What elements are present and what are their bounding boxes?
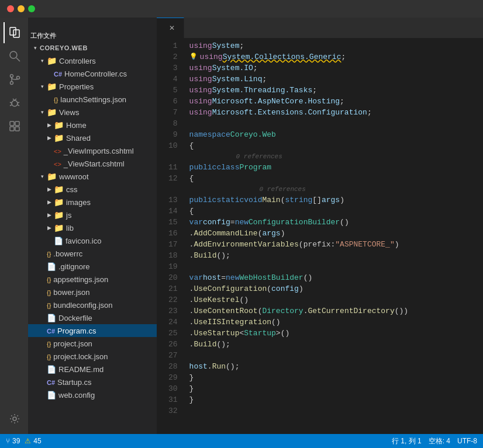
- sidebar-item-appsettings[interactable]: {}appsettings.json: [28, 273, 157, 286]
- status-left: ⑂ 39 ⚠ 45: [6, 437, 42, 445]
- sidebar-item-viewstart[interactable]: <>_ViewStart.cshtml: [28, 157, 157, 170]
- warning-icon: ⚠: [25, 437, 31, 445]
- code-line: {: [185, 173, 483, 184]
- svg-rect-15: [10, 127, 14, 131]
- close-button[interactable]: [7, 5, 14, 12]
- sidebar-item-projectlockjson[interactable]: {}project.lock.json: [28, 350, 157, 363]
- tab-close-icon[interactable]: ✕: [169, 24, 175, 32]
- code-line: .AddEnvironmentVariables(prefix: "ASPNET…: [185, 239, 483, 250]
- sidebar-item-workfiles[interactable]: 工作文件: [28, 27, 157, 41]
- cursor-position[interactable]: 行 1, 列 1: [392, 436, 422, 446]
- encoding[interactable]: UTF-8: [457, 437, 477, 445]
- sidebar-item-js-folder[interactable]: ▶📁js: [28, 209, 157, 221]
- line-number: 17: [168, 239, 178, 250]
- main-layout: 工作文件▾COREYO.WEB▾📁ControllersC#HomeContro…: [0, 18, 483, 434]
- status-bar: ⑂ 39 ⚠ 45 行 1, 列 1 空格: 4 UTF-8: [0, 434, 483, 448]
- encoding-text: UTF-8: [457, 437, 477, 445]
- code-line: var host = new WebHostBuilder(): [185, 272, 483, 283]
- sidebar-item-program[interactable]: C#Program.cs: [28, 324, 157, 337]
- extensions-icon[interactable]: [4, 116, 25, 137]
- sidebar-item-favicon[interactable]: 📄favicon.ico: [28, 234, 157, 247]
- sidebar-item-startup[interactable]: C#Startup.cs: [28, 376, 157, 388]
- code-line: .AddCommandLine(args): [185, 228, 483, 239]
- code-line: var config = new ConfigurationBuilder(): [185, 217, 483, 228]
- line-number: 10: [168, 140, 178, 151]
- sidebar-item-properties[interactable]: ▾📁Properties: [28, 80, 157, 93]
- sidebar-item-coreyo-web[interactable]: ▾COREYO.WEB: [28, 41, 157, 54]
- warnings-status[interactable]: ⚠ 45: [25, 437, 41, 445]
- git-icon: ⑂: [6, 437, 10, 445]
- sidebar-item-css-folder[interactable]: ▶📁css: [28, 183, 157, 196]
- line-number: 28: [168, 361, 178, 372]
- svg-line-12: [17, 105, 19, 106]
- title-bar: [0, 0, 483, 18]
- sidebar-item-shared-folder[interactable]: ▶📁Shared: [28, 131, 157, 144]
- code-line: .UseConfiguration(config): [185, 283, 483, 294]
- svg-rect-14: [15, 121, 19, 126]
- minimize-button[interactable]: [18, 5, 25, 12]
- editor-area: ✕ 12345678910-1112-131415161718192021222…: [157, 18, 483, 434]
- files-icon[interactable]: [4, 22, 25, 43]
- ref-hint-line: 0 references: [185, 184, 483, 195]
- sidebar-item-homecontroller[interactable]: C#HomeController.cs: [28, 67, 157, 80]
- line-number: 32: [168, 405, 178, 416]
- code-line: using Microsoft.AspNetCore.Hosting;: [185, 96, 483, 107]
- line-number: 19: [168, 261, 178, 272]
- svg-rect-13: [10, 121, 14, 126]
- sidebar-item-controllers[interactable]: ▾📁Controllers: [28, 54, 157, 67]
- sidebar-item-bundleconfig[interactable]: {}bundleconfig.json: [28, 298, 157, 311]
- svg-point-6: [17, 77, 20, 79]
- sidebar-item-bowerrc[interactable]: {}.bowerrc: [28, 247, 157, 260]
- settings-icon[interactable]: [4, 408, 25, 429]
- sidebar-item-dockerfile[interactable]: 📄Dockerfile: [28, 311, 157, 324]
- code-line: using System.Linq;: [185, 74, 483, 85]
- sidebar-item-images-folder[interactable]: ▶📁images: [28, 196, 157, 209]
- ref-hint-line: 0 references: [185, 151, 483, 162]
- line-number: 7: [168, 107, 178, 118]
- sidebar-item-lib-folder[interactable]: ▶📁lib: [28, 221, 157, 234]
- sidebar-item-bower[interactable]: {}bower.json: [28, 286, 157, 298]
- sidebar-item-launchsettings[interactable]: {}launchSettings.json: [28, 93, 157, 106]
- code-line: [185, 405, 483, 416]
- sidebar: 工作文件▾COREYO.WEB▾📁ControllersC#HomeContro…: [28, 18, 157, 434]
- line-number: 29: [168, 372, 178, 383]
- line-number: 5: [168, 85, 178, 96]
- line-number: 12: [168, 173, 178, 184]
- sidebar-item-projectjson[interactable]: {}project.json: [28, 337, 157, 350]
- warning-count: 45: [33, 437, 41, 445]
- svg-line-11: [10, 105, 12, 106]
- line-number: 4: [168, 74, 178, 85]
- sidebar-item-views[interactable]: ▾📁Views: [28, 106, 157, 119]
- svg-point-17: [13, 417, 16, 421]
- search-icon[interactable]: [4, 46, 25, 67]
- sidebar-item-readme[interactable]: 📄README.md: [28, 363, 157, 376]
- sidebar-header: [28, 18, 157, 27]
- line-number: 9: [168, 129, 178, 140]
- sidebar-item-webconfig[interactable]: 📄web.config: [28, 388, 157, 401]
- svg-point-4: [11, 75, 13, 78]
- line-number: 11: [168, 162, 178, 173]
- code-line: namespace Coreyo.Web: [185, 129, 483, 140]
- tab-program-cs[interactable]: ✕: [157, 18, 184, 38]
- indentation[interactable]: 空格: 4: [429, 436, 450, 446]
- line-number: 30: [168, 383, 178, 394]
- git-count: 39: [12, 437, 20, 445]
- sidebar-item-viewimports[interactable]: <>_ViewImports.cshtml: [28, 144, 157, 157]
- code-line: }: [185, 383, 483, 394]
- line-number: 25: [168, 328, 178, 339]
- sidebar-item-gitignore[interactable]: 📄.gitignore: [28, 260, 157, 273]
- svg-point-2: [10, 51, 17, 58]
- editor-content[interactable]: 12345678910-1112-13141516171819202122232…: [157, 38, 483, 434]
- source-control-icon[interactable]: [4, 69, 25, 90]
- code-line: [185, 118, 483, 129]
- sidebar-item-wwwroot[interactable]: ▾📁wwwroot: [28, 170, 157, 183]
- indent-text: 空格: 4: [429, 436, 450, 446]
- debug-icon[interactable]: [4, 92, 25, 113]
- code-line: host.Run();: [185, 361, 483, 372]
- line-number: 8: [168, 118, 178, 129]
- sidebar-item-home-folder[interactable]: ▶📁Home: [28, 119, 157, 131]
- svg-line-3: [16, 58, 20, 61]
- maximize-button[interactable]: [28, 5, 35, 12]
- git-status[interactable]: ⑂ 39: [6, 437, 20, 445]
- editor-tabs: ✕: [157, 18, 483, 38]
